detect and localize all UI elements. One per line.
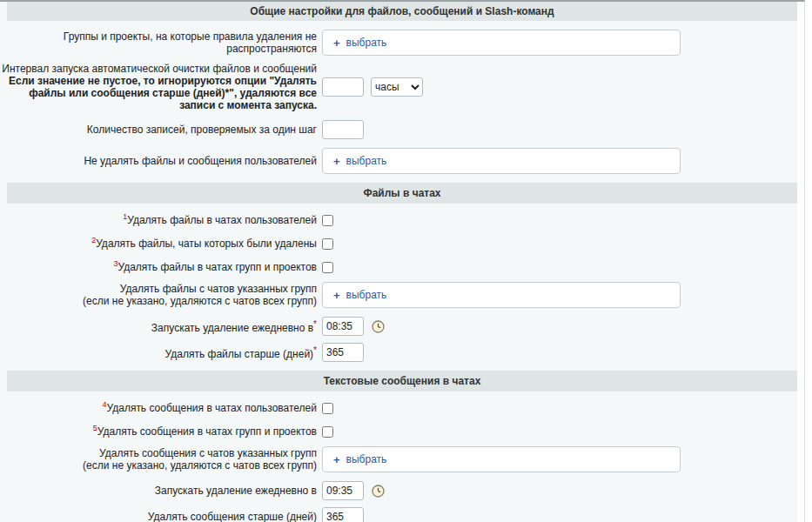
messages-cb2-label: Удалять сообщения в чатах групп и проект… (97, 425, 317, 438)
choose-link-label: выбрать (346, 289, 387, 301)
choose-link-label: выбрать (346, 155, 387, 167)
row-files-cb3: 3Удалять файлы в чатах групп и проектов (0, 261, 804, 273)
messages-user-chats-checkbox[interactable] (322, 403, 333, 414)
row-messages-groups: Удалять сообщения с чатов указанных груп… (0, 446, 804, 472)
files-group-chats-checkbox[interactable] (322, 262, 333, 273)
required-mark: * (313, 319, 317, 329)
row-files-groups: Удалять файлы с чатов указанных групп (е… (0, 282, 804, 308)
section-title: Общие настройки для файлов, сообщений и … (250, 5, 554, 17)
files-daily-label: Запускать удаление ежедневно в (151, 322, 313, 334)
files-cb3-label: Удалять файлы в чатах групп и проектов (118, 261, 318, 273)
clock-icon[interactable] (372, 485, 385, 498)
section-title: Текстовые сообщения в чатах (324, 375, 481, 387)
messages-groups-label-line1: Удалять сообщения с чатов указанных груп… (0, 447, 317, 459)
interval-unit-select[interactable]: часы (371, 77, 423, 97)
section-header-files: Файлы в чатах (7, 183, 797, 204)
plus-icon: + (333, 289, 340, 302)
choose-link-label: выбрать (346, 453, 387, 465)
files-groups-label-line2: (если не указано, удаляются с чатов всех… (0, 295, 317, 307)
files-daily-time-input[interactable] (322, 317, 364, 336)
row-interval: Интервал запуска автоматической очистки … (0, 63, 804, 111)
row-files-cb1: 1Удалять файлы в чатах пользователей (0, 214, 804, 226)
row-skip-users: Не удалять файлы и сообщения пользовател… (0, 148, 804, 174)
plus-icon: + (333, 37, 340, 50)
files-cb2-label: Удалять файлы, чаты которых были удалены (96, 238, 317, 250)
files-groups-chooser: +выбрать (322, 282, 681, 308)
row-files-older-days: Удалять файлы старше (дней)* (0, 343, 804, 362)
exclude-groups-chooser: +выбрать (322, 30, 681, 56)
skip-users-chooser: +выбрать (322, 148, 681, 174)
messages-older-label: Удалять сообщения старше (дней) (0, 511, 317, 522)
messages-cb1-label: Удалять сообщения в чатах пользователей (107, 402, 317, 414)
row-files-cb2: 2Удалять файлы, чаты которых были удален… (0, 238, 804, 250)
section-header-general: Общие настройки для файлов, сообщений и … (7, 2, 797, 21)
skip-users-choose-link[interactable]: +выбрать (333, 155, 386, 168)
batch-size-label: Количество записей, проверяемых за один … (0, 124, 317, 136)
messages-daily-time-input[interactable] (322, 481, 364, 500)
row-messages-daily-time: Запускать удаление ежедневно в (0, 481, 804, 500)
row-messages-cb1: 4Удалять сообщения в чатах пользователей (0, 402, 804, 414)
choose-link-label: выбрать (346, 37, 387, 49)
row-batch-size: Количество записей, проверяемых за один … (0, 120, 804, 139)
messages-groups-chooser: +выбрать (322, 446, 681, 472)
files-older-label: Удалять файлы старше (дней) (165, 348, 314, 360)
row-exclude-groups: Группы и проекты, на которые правила уда… (0, 30, 804, 56)
row-messages-cb2: 5Удалять сообщения в чатах групп и проек… (0, 425, 804, 438)
files-groups-label-line1: Удалять файлы с чатов указанных групп (0, 283, 317, 295)
messages-groups-label-line2: (если не указано, удаляются с чатов всех… (0, 459, 317, 472)
row-files-daily-time: Запускать удаление ежедневно в* (0, 317, 804, 336)
interval-value-input[interactable] (322, 77, 364, 97)
plus-icon: + (333, 155, 340, 168)
files-groups-choose-link[interactable]: +выбрать (333, 289, 386, 302)
section-header-messages: Текстовые сообщения в чатах (7, 371, 797, 392)
messages-groups-choose-link[interactable]: +выбрать (333, 453, 386, 466)
messages-daily-label: Запускать удаление ежедневно в (0, 485, 317, 497)
settings-form: Общие настройки для файлов, сообщений и … (0, 0, 805, 522)
files-older-days-input[interactable] (322, 343, 364, 362)
batch-size-input[interactable] (322, 120, 364, 139)
interval-label: Интервал запуска автоматической очистки … (0, 63, 317, 75)
page-gutter (797, 2, 804, 522)
messages-group-chats-checkbox[interactable] (322, 426, 333, 438)
row-messages-older-days: Удалять сообщения старше (дней) (0, 507, 804, 522)
plus-icon: + (333, 453, 340, 466)
messages-older-days-input[interactable] (322, 507, 364, 522)
clock-icon[interactable] (372, 320, 385, 333)
exclude-groups-label: Группы и проекты, на которые правила уда… (0, 30, 317, 55)
files-user-chats-checkbox[interactable] (322, 215, 333, 226)
interval-note: Если значение не пустое, то игнорируются… (0, 75, 317, 111)
section-title: Файлы в чатах (363, 187, 440, 199)
skip-users-label: Не удалять файлы и сообщения пользовател… (0, 155, 317, 167)
files-cb1-label: Удалять файлы в чатах пользователей (127, 214, 317, 226)
exclude-groups-choose-link[interactable]: +выбрать (333, 37, 386, 50)
required-mark: * (313, 345, 317, 355)
files-deleted-chats-checkbox[interactable] (322, 238, 333, 250)
